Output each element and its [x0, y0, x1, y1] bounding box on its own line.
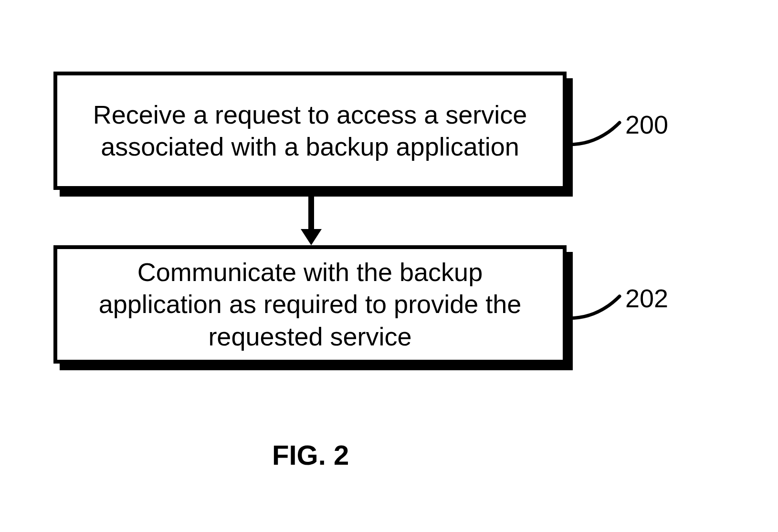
flow-step-1-label: 200 — [625, 110, 668, 139]
arrow-head-1-2 — [301, 229, 322, 245]
figure-caption: FIG. 2 — [272, 439, 349, 471]
flow-step-communicate-backup: Communicate with the backup application … — [53, 245, 567, 364]
leader-line-1 — [569, 117, 626, 150]
flowchart-canvas: Receive a request to access a service as… — [0, 0, 778, 532]
leader-line-2 — [569, 291, 626, 324]
flow-step-receive-request: Receive a request to access a service as… — [53, 72, 567, 190]
arrow-line-1-2 — [308, 190, 314, 233]
flow-step-2-label: 202 — [625, 283, 668, 313]
flow-step-1-text: Receive a request to access a service as… — [76, 99, 544, 163]
flow-step-2-text: Communicate with the backup application … — [76, 256, 544, 353]
